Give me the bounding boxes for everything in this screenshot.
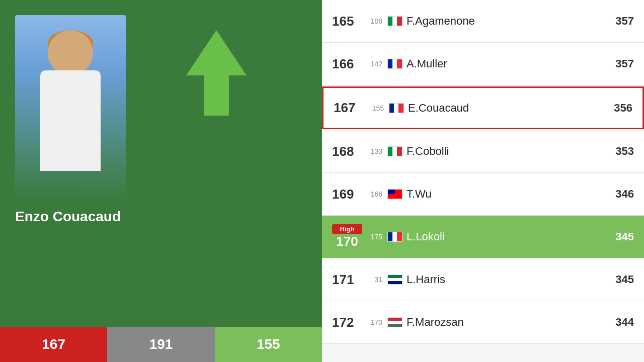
flag-icon (387, 16, 403, 26)
current-rank-box: 167 (0, 327, 107, 362)
player-name: Enzo Couacaud (15, 209, 121, 225)
table-row: 171 31 L.Harris 345 (322, 258, 644, 301)
prev-rank: 142 (362, 60, 382, 68)
rank-number: 165 (332, 14, 362, 29)
player-name-cell: F.Marozsan (407, 316, 604, 329)
flag-icon (387, 59, 403, 69)
prev-rank: 170 (362, 318, 382, 326)
points: 357 (604, 57, 634, 70)
current-rank-value: 167 (42, 336, 65, 352)
prev-rank: 155 (364, 104, 384, 112)
prev-rank: 31 (362, 276, 382, 284)
high-rank-row: High 170 175 L.Lokoli 345 (322, 216, 644, 258)
best-rank-box: 191 (107, 327, 214, 362)
high-badge: High (332, 224, 362, 234)
points: 345 (604, 230, 634, 243)
ranking-table: 165 108 F.Agamenone 357 166 142 A.Muller… (322, 0, 644, 344)
player-name-cell: A.Muller (407, 57, 604, 70)
high-rank-display: High 170 (332, 224, 362, 249)
bottom-stats-bar: 167 191 155 (0, 327, 322, 362)
flag-icon (387, 189, 403, 199)
points: 357 (604, 15, 634, 28)
player-photo (15, 15, 126, 201)
flag-icon (387, 275, 403, 285)
prev-rank: 166 (362, 190, 382, 198)
table-row: 169 166 T.Wu 346 (322, 173, 644, 216)
right-panel: 165 108 F.Agamenone 357 166 142 A.Muller… (322, 0, 644, 362)
table-row: 172 170 F.Marozsan 344 (322, 301, 644, 344)
trend-arrow (186, 30, 247, 116)
player-name-cell: L.Harris (407, 273, 604, 286)
prev-rank: 133 (362, 147, 382, 155)
player-name-cell: E.Couacaud (408, 102, 602, 115)
prev-rank-value: 155 (257, 336, 280, 352)
prev-rank: 175 (362, 233, 382, 241)
flag-icon (389, 103, 404, 113)
table-row: 166 142 A.Muller 357 (322, 43, 644, 85)
highlighted-row: 167 155 E.Couacaud 356 (322, 86, 644, 129)
rank-number: 171 (332, 272, 362, 288)
player-name-cell: F.Cobolli (407, 145, 604, 158)
points: 345 (604, 273, 634, 286)
player-name-cell: T.Wu (407, 188, 604, 201)
player-name-cell: F.Agamenone (407, 15, 604, 28)
table-row: 168 133 F.Cobolli 353 (322, 130, 644, 173)
rank-number: 168 (332, 144, 362, 159)
flag-icon (387, 146, 403, 156)
flag-icon (387, 232, 403, 242)
best-rank-value: 191 (149, 336, 173, 352)
high-rank-number: 170 (332, 234, 362, 249)
points: 353 (604, 145, 634, 158)
table-row: 165 108 F.Agamenone 357 (322, 0, 644, 43)
player-name-cell: L.Lokoli (407, 230, 604, 243)
rank-number: 169 (332, 187, 362, 202)
rank-number: 172 (332, 315, 362, 330)
points: 356 (602, 102, 632, 115)
flag-icon (387, 317, 403, 327)
prev-rank: 108 (362, 17, 382, 25)
rank-number: 166 (332, 56, 362, 72)
prev-rank-box: 155 (215, 327, 322, 362)
points: 344 (604, 316, 634, 329)
rank-number: 167 (334, 100, 364, 116)
points: 346 (604, 188, 634, 201)
left-panel: Enzo Couacaud 167 191 155 (0, 0, 322, 362)
